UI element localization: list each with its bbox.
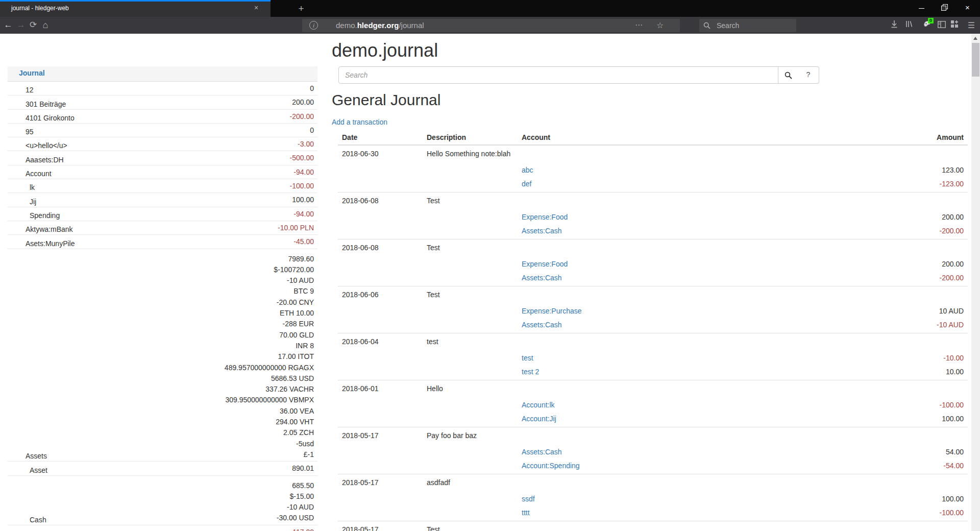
transaction-date: 2018-05-17 [338,474,423,493]
new-tab-button[interactable]: + [293,2,309,15]
browser-toolbar: ← → ⟳ ⌂ i demo.hledger.org/journal ⋯ ☆ S… [0,17,980,34]
sidebar-account-link[interactable]: 301 Beiträge [8,100,66,108]
posting-account-link[interactable]: Assets:Cash [522,227,562,235]
sidebar-account-link[interactable]: Jij [8,198,36,206]
back-icon[interactable]: ← [2,17,15,34]
posting-account-link[interactable]: test 2 [522,368,539,376]
balance-amount: ETH 10.00 [47,308,314,319]
sidebar-account-link[interactable]: Account [8,170,52,178]
sidebar-account-balance: 100.00 [36,195,314,205]
add-transaction-link[interactable]: Add a transaction [332,118,387,126]
journal-table-header: Date Description Account Amount [338,130,968,146]
transaction-block: 2018-06-01 Hello Account:lk -100.00 Acco… [338,380,968,427]
balance-amount: -200.00 [75,111,314,122]
transaction-title-row[interactable]: 2018-06-01 Hello [338,380,968,399]
extension-icon[interactable]: 0 [920,17,934,34]
transaction-title-row[interactable]: 2018-05-17 asdfadf [338,474,968,493]
sidebar-account-balance: -45.00 [75,236,314,247]
posting-account-link[interactable]: Expense:Purchase [522,307,582,315]
sidebar-account-link[interactable]: lk [8,183,35,191]
posting-account-link[interactable]: ssdf [522,495,535,503]
menu-icon[interactable]: ☰ [964,17,978,34]
transaction-title-row[interactable]: 2018-05-17 Test [338,521,968,531]
sidebar-journal-link[interactable]: Journal [19,69,45,77]
posting-account-link[interactable]: test [522,354,533,362]
sidebar-account-link[interactable]: 12 [8,86,34,94]
tab-title: journal - hledger-web [11,5,69,12]
sidebar-account-link[interactable]: 95 [8,128,34,136]
sidebar-account-link[interactable]: Aaasets:DH [8,156,64,164]
balance-amount: 890.01 [47,463,314,474]
search-submit-button[interactable] [778,66,798,84]
posting-account-link[interactable]: Assets:Cash [522,448,562,456]
window-restore-button[interactable] [933,0,956,15]
balance-amount: -288 EUR [47,319,314,329]
transaction-title-row[interactable]: 2018-06-04 test [338,333,968,352]
balance-amount: 2.05 ZCH [47,427,314,438]
tab-close-icon[interactable]: × [254,4,258,12]
search-help-button[interactable]: ? [798,66,819,84]
posting-account-link[interactable]: Account:Spending [522,462,580,470]
sidebar-account-link[interactable]: <u>hello</u> [8,141,67,150]
balance-amount: -10.00 PLN [73,223,314,233]
transaction-description: test [423,333,518,352]
scrollbar-thumb[interactable] [972,43,979,77]
grid-add-icon[interactable] [947,17,962,34]
sidebar-account-link[interactable]: 4101 Girokonto [8,114,75,122]
sidebar-account-link[interactable]: Asset [8,466,47,474]
window-minimize-button[interactable] [910,0,933,15]
sidebar-account-link[interactable]: Aktywa:mBank [8,225,73,233]
transaction-title-row[interactable]: 2018-05-17 Pay foo bar baz [338,427,968,446]
sidebar-account-balance: 685.50$-15.00-10 AUD-30.00 USD [46,480,314,524]
transaction-title-row[interactable]: 2018-06-06 Test [338,286,968,305]
posting-account-link[interactable]: Expense:Food [522,213,568,221]
bookmark-star-icon[interactable]: ☆ [656,20,664,30]
sidebar-account-link[interactable]: Cash [8,516,46,524]
url-bar[interactable]: i demo.hledger.org/journal ⋯ ☆ [302,19,680,32]
transaction-block: 2018-05-17 Pay foo bar baz Assets:Cash 5… [338,427,968,474]
toolbar-search-box[interactable]: Search [699,19,796,32]
sidebar-account-row: 95 0 [8,124,317,137]
scrollbar-up-arrow-icon[interactable] [973,37,977,40]
posting-account-link[interactable]: Account:lk [522,401,555,409]
sidebar-account-link[interactable]: Asets:MunyPile [8,239,75,248]
sidebar-account-balance: -117.00 [30,527,314,531]
posting-account-link[interactable]: def [522,180,531,188]
home-icon[interactable]: ⌂ [39,17,52,34]
balance-amount: 337.26 VACHR [47,384,314,395]
sidebar-account-link[interactable]: Assets [8,452,47,460]
sidebar-toggle-icon[interactable] [935,17,949,34]
balance-amount: -5usd [47,439,314,449]
reload-icon[interactable]: ⟳ [27,17,40,34]
posting-amount: 10.00 [946,368,964,376]
journal-search-input[interactable] [338,66,778,84]
site-info-icon[interactable]: i [309,21,318,30]
sidebar-account-row: Assets 7989.60$-100720.00-10 AUDBTC 9-20… [8,249,317,462]
posting-account-link[interactable]: Expense:Food [522,260,568,268]
library-icon[interactable] [902,17,916,34]
window-close-button[interactable]: × [956,0,979,15]
posting-amount: -54.00 [943,462,964,470]
transaction-title-row[interactable]: 2018-06-30 Hello Something note:blah [338,146,968,164]
sidebar-account-link[interactable]: Spending [8,211,60,220]
posting-account-link[interactable]: Account:Jij [522,415,556,423]
forward-icon[interactable]: → [14,17,28,34]
sidebar-account-row: lk -100.00 [8,179,317,193]
posting-account-link[interactable]: abc [522,166,533,174]
posting-amount: 100.00 [942,415,964,423]
browser-tab-active[interactable]: journal - hledger-web × [0,0,271,17]
download-icon[interactable] [887,17,901,34]
page-actions-icon[interactable]: ⋯ [635,20,643,30]
sidebar-account-row: <u>hello</u> -3.00 [8,137,317,151]
transaction-title-row[interactable]: 2018-06-08 Test [338,239,968,258]
sidebar-header: Journal [8,66,317,82]
transaction-title-row[interactable]: 2018-06-08 Test [338,192,968,211]
posting-account-link[interactable]: tttt [522,509,530,517]
transaction-block: 2018-06-08 Test Expense:Food 200.00 Asse… [338,239,968,286]
posting-account-link[interactable]: Assets:Cash [522,274,562,282]
page-scrollbar[interactable] [971,34,980,531]
search-icon [785,71,792,79]
browser-titlebar: journal - hledger-web × + × [0,0,980,17]
transaction-date: 2018-06-06 [338,286,423,305]
posting-account-link[interactable]: Assets:Cash [522,321,562,329]
